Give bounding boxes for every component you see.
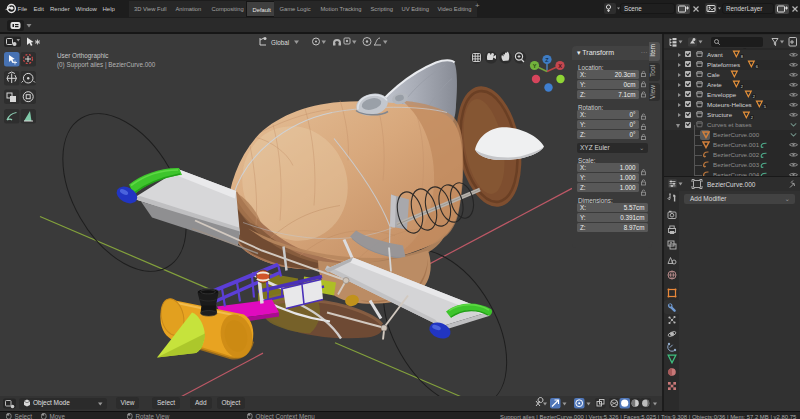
svg-text:BezierCurve.000: BezierCurve.000 [707,181,756,188]
